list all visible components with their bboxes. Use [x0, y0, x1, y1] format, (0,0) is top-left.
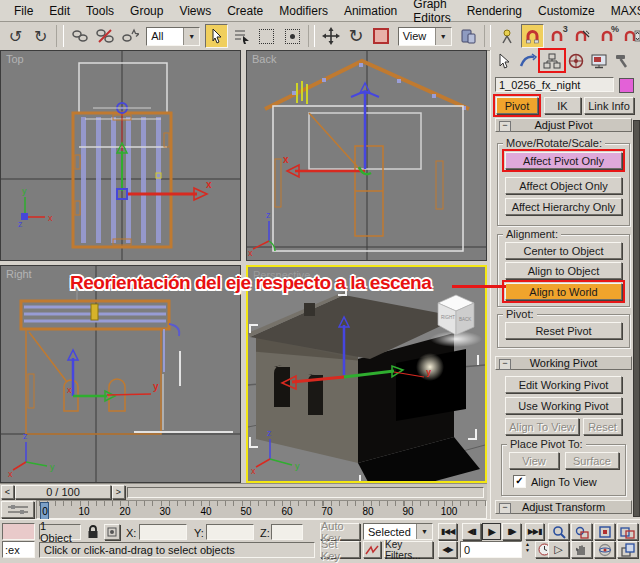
- use-working-pivot-button[interactable]: Use Working Pivot: [505, 397, 622, 414]
- adjust-transform-rollout[interactable]: − Adjust Transform: [495, 500, 632, 514]
- time-slider-prev-icon[interactable]: <: [1, 485, 14, 499]
- edit-working-pivot-button[interactable]: Edit Working Pivot: [505, 376, 622, 393]
- next-frame-button[interactable]: ▮▶: [502, 523, 521, 540]
- reference-coordinate-dropdown[interactable]: View ▼: [398, 27, 452, 46]
- object-color-swatch[interactable]: [619, 78, 634, 93]
- menu-edit[interactable]: Edit: [41, 2, 78, 20]
- align-to-world-button[interactable]: Align to World: [505, 283, 622, 300]
- affect-object-only-button[interactable]: Affect Object Only: [505, 177, 622, 194]
- reset-pivot-button[interactable]: Reset Pivot: [505, 322, 622, 339]
- key-filters-button[interactable]: Key Filters...: [384, 541, 433, 558]
- menu-modifiers[interactable]: Modifiers: [271, 2, 336, 20]
- viewport-back[interactable]: Back x: [246, 50, 487, 261]
- affect-pivot-only-button[interactable]: Affect Pivot Only: [505, 152, 622, 169]
- ik-tab-button[interactable]: IK: [544, 97, 581, 114]
- menu-file[interactable]: File: [6, 2, 41, 20]
- maxscript-listener-pink[interactable]: [2, 523, 35, 540]
- frame-spinner[interactable]: ▲ ▼: [523, 541, 532, 558]
- time-slider-track[interactable]: < 0 / 100 >: [0, 483, 487, 501]
- tab-create[interactable]: [494, 51, 516, 70]
- zoom-icon[interactable]: [548, 523, 569, 540]
- selection-set-dropdown[interactable]: Selected ▼: [363, 523, 433, 540]
- tab-motion[interactable]: [565, 51, 587, 70]
- percent-snap-icon[interactable]: %: [596, 24, 619, 48]
- menu-customize[interactable]: Customize: [530, 2, 603, 20]
- rectangular-selection-icon[interactable]: [255, 24, 278, 48]
- current-frame-field[interactable]: 0: [460, 541, 522, 558]
- viewport-perspective[interactable]: Perspective: [246, 265, 487, 483]
- menu-maxscript[interactable]: MAXScript: [603, 2, 640, 20]
- chevron-down-icon[interactable]: ▼: [183, 28, 199, 45]
- viewport-back-label[interactable]: Back: [252, 53, 276, 65]
- undo-icon[interactable]: ↺: [4, 24, 27, 48]
- menu-rendering[interactable]: Rendering: [459, 2, 530, 20]
- window-crossing-icon[interactable]: [281, 24, 304, 48]
- set-key-button[interactable]: Set Key: [320, 541, 360, 558]
- pivot-tab-button[interactable]: Pivot: [496, 97, 538, 114]
- viewport-top-label[interactable]: Top: [6, 53, 24, 65]
- default-in-out-tangent-icon[interactable]: [363, 541, 381, 558]
- select-link-icon[interactable]: [68, 24, 91, 48]
- time-slider-handle[interactable]: 0 / 100: [15, 485, 111, 499]
- adjust-pivot-rollout[interactable]: − Adjust Pivot: [495, 118, 632, 132]
- redo-icon[interactable]: ↻: [29, 24, 52, 48]
- tab-hierarchy[interactable]: [541, 51, 563, 70]
- align-to-view-button[interactable]: Align To View: [505, 418, 579, 435]
- x-coordinate-field[interactable]: [139, 524, 187, 540]
- min-max-toggle-icon[interactable]: [617, 541, 638, 558]
- field-of-view-icon[interactable]: ▷: [548, 541, 569, 558]
- select-manipulate-icon[interactable]: [495, 24, 518, 48]
- previous-frame-button[interactable]: ◀▮: [462, 523, 481, 540]
- zoom-extents-all-icon[interactable]: [617, 523, 638, 540]
- snap-toggle-icon[interactable]: [521, 24, 544, 48]
- working-pivot-rollout[interactable]: − Working Pivot: [495, 356, 632, 370]
- collapse-icon[interactable]: −: [499, 503, 511, 514]
- mini-curve-editor-button[interactable]: [1, 501, 34, 518]
- tab-modify[interactable]: [517, 51, 539, 70]
- time-slider-next-icon[interactable]: >: [112, 485, 125, 499]
- maxscript-mini-listener[interactable]: :ex: [2, 541, 35, 558]
- use-pivot-center-icon[interactable]: [457, 24, 480, 48]
- viewport-top[interactable]: Top: [0, 50, 241, 261]
- tab-display[interactable]: [588, 51, 610, 70]
- object-name-field[interactable]: 1_0256_fx_night: [495, 77, 614, 92]
- align-to-object-button[interactable]: Align to Object: [505, 262, 622, 279]
- collapse-icon[interactable]: −: [499, 121, 511, 132]
- key-mode-toggle-icon[interactable]: ◀▶: [438, 541, 457, 558]
- view-button[interactable]: View: [509, 452, 559, 469]
- zoom-all-icon[interactable]: [571, 523, 592, 540]
- select-move-icon[interactable]: [319, 24, 342, 48]
- time-slider-groove[interactable]: [127, 487, 484, 498]
- z-coordinate-field[interactable]: [271, 524, 303, 540]
- menu-animation[interactable]: Animation: [336, 2, 405, 20]
- select-by-name-icon[interactable]: [230, 24, 253, 48]
- menu-group[interactable]: Group: [122, 2, 171, 20]
- snap-3d-icon[interactable]: 3: [546, 24, 569, 48]
- checkbox-checked-icon[interactable]: ✓: [513, 475, 526, 488]
- zoom-extents-icon[interactable]: [594, 523, 615, 540]
- menu-create[interactable]: Create: [219, 2, 271, 20]
- reset-button[interactable]: Reset: [583, 418, 622, 435]
- menu-views[interactable]: Views: [171, 2, 219, 20]
- selection-filter-dropdown[interactable]: All ▼: [146, 27, 200, 46]
- viewport-right-label[interactable]: Right: [6, 268, 32, 280]
- pan-hand-icon[interactable]: [571, 541, 592, 558]
- viewport-right[interactable]: Right z: [0, 265, 241, 483]
- chevron-down-icon[interactable]: ▼: [435, 28, 451, 45]
- go-to-start-button[interactable]: ▮◀◀: [438, 523, 457, 540]
- track-bar[interactable]: 0 10 20 30 40 50 60 70 80 90 100: [36, 500, 487, 519]
- y-coordinate-field[interactable]: [206, 524, 254, 540]
- spinner-snap-icon[interactable]: [621, 24, 640, 48]
- arc-rotate-icon[interactable]: [594, 541, 615, 558]
- collapse-icon[interactable]: −: [499, 359, 511, 370]
- select-object-button[interactable]: [205, 24, 228, 48]
- absolute-offset-toggle-icon[interactable]: [104, 524, 120, 540]
- go-to-end-button[interactable]: ▶▶▮: [525, 523, 544, 540]
- bind-spacewarp-icon[interactable]: [118, 24, 141, 48]
- play-button[interactable]: ▶: [482, 523, 501, 540]
- center-to-object-button[interactable]: Center to Object: [505, 242, 622, 259]
- angle-snap-icon[interactable]: [571, 24, 594, 48]
- chevron-down-icon[interactable]: ▼: [416, 524, 432, 539]
- select-rotate-icon[interactable]: ↻: [344, 24, 367, 48]
- select-scale-icon[interactable]: [370, 24, 393, 48]
